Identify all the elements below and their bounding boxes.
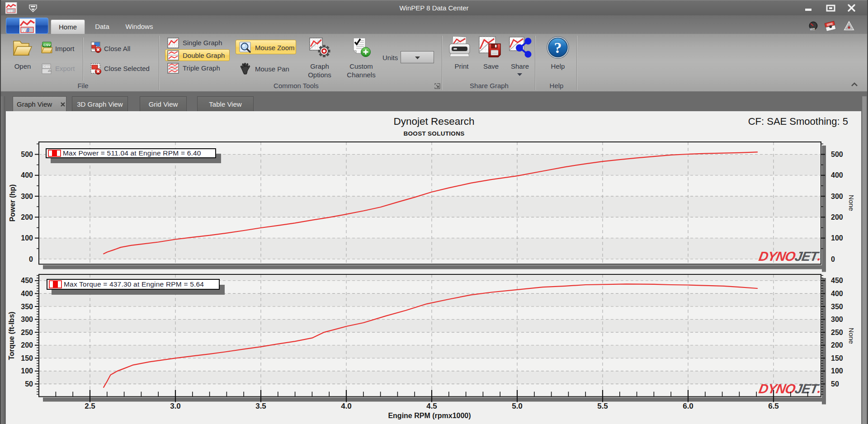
svg-text:0: 0 (831, 255, 835, 263)
svg-text:50: 50 (831, 380, 839, 388)
svg-text:150: 150 (21, 354, 33, 362)
svg-text:None: None (848, 195, 855, 211)
svg-text:DYNOJET: DYNOJET (758, 382, 821, 396)
svg-text:200: 200 (831, 213, 843, 221)
svg-text:500: 500 (21, 151, 33, 158)
svg-text:4.0: 4.0 (341, 402, 352, 410)
svg-text:0: 0 (29, 255, 33, 263)
svg-text:300: 300 (831, 193, 843, 200)
svg-text:5.5: 5.5 (597, 402, 608, 410)
svg-text:200: 200 (831, 341, 843, 349)
svg-text:100: 100 (21, 234, 33, 242)
svg-text:Power (hp): Power (hp) (9, 184, 16, 222)
svg-text:400: 400 (831, 290, 843, 297)
svg-text:100: 100 (831, 234, 843, 242)
svg-text:DYNOJET: DYNOJET (758, 249, 821, 264)
svg-text:300: 300 (21, 316, 33, 323)
svg-text:300: 300 (831, 316, 843, 323)
svg-text:4.5: 4.5 (426, 402, 437, 410)
svg-text:450: 450 (831, 277, 843, 284)
svg-text:150: 150 (831, 354, 843, 362)
svg-text:250: 250 (831, 329, 843, 336)
svg-text:400: 400 (21, 290, 33, 297)
svg-text:6.5: 6.5 (768, 402, 779, 410)
svg-text:5.0: 5.0 (512, 402, 523, 410)
svg-text:2.5: 2.5 (85, 402, 95, 410)
svg-text:Torque (ft-lbs): Torque (ft-lbs) (8, 311, 15, 360)
svg-text:200: 200 (21, 341, 33, 349)
svg-text:450: 450 (21, 277, 33, 284)
svg-text:350: 350 (831, 303, 843, 311)
svg-text:3.5: 3.5 (255, 402, 266, 410)
svg-text:100: 100 (21, 367, 33, 375)
svg-text:500: 500 (831, 151, 843, 158)
svg-text:50: 50 (25, 380, 33, 388)
svg-text:300: 300 (21, 193, 33, 200)
svg-text:6.0: 6.0 (683, 402, 693, 410)
svg-text:Engine RPM (rpmx1000): Engine RPM (rpmx1000) (388, 412, 471, 419)
svg-text:400: 400 (831, 171, 843, 179)
svg-text:400: 400 (21, 171, 33, 179)
svg-text:250: 250 (21, 329, 33, 336)
svg-text:350: 350 (21, 303, 33, 311)
svg-text:3.0: 3.0 (170, 402, 181, 410)
svg-text:100: 100 (831, 367, 843, 375)
svg-text:None: None (848, 328, 855, 344)
svg-text:200: 200 (21, 213, 33, 221)
